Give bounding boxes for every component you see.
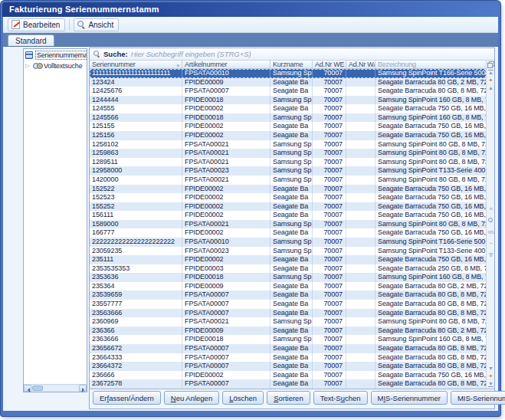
table-cell: 70007 [313,166,346,176]
list-icon[interactable]: ≡ [487,206,495,212]
table-cell: 70007 [313,228,346,238]
table-row[interactable]: 23664372FPSATA00007Seagate Ba70007Seagat… [90,362,486,371]
mis-seriennummernbewegungen-button[interactable]: MIS-Seriennummernbewegungen [451,391,505,405]
table-row[interactable]: 1289511FPSATA00021Samsung Sp70007Samsung… [90,158,486,167]
table-row[interactable]: 2363666FPIDE00018Samsung Sp70007Samsung … [90,335,486,344]
tab-strip: Standard [3,33,498,47]
content-area: Seriennummernauswahl ▷ Volltextsuche Suc… [3,47,498,411]
minus-icon[interactable]: − [487,241,495,247]
column-header-adnr-we[interactable]: Ad.Nr WE [313,61,346,68]
neu-anlegen-button[interactable]: Neu Anlegen [164,391,219,405]
magnifier-icon[interactable] [487,218,495,224]
table-cell: FPSATA00007 [182,300,271,309]
table-row[interactable]: 236666FPIDE00002Seagate Ba70007Seagate B… [90,371,486,380]
table-cell: 70007 [313,379,346,389]
filter-icon[interactable]: ∇ [487,252,495,258]
ansicht-menu-button[interactable]: Ansicht [74,18,119,31]
table-row[interactable]: 123424FPIDE00009Seagate Ba70007Seagate B… [90,78,486,87]
scroll-up-icon[interactable]: ▲ [487,85,495,91]
table-row[interactable]: 235111FPIDE00002Seagate Ba70007Seagate B… [90,255,486,264]
table-row[interactable]: 23672578FPSATA00007Seagate Ba70007Seagat… [90,379,486,389]
table-cell: 70007 [313,69,346,78]
bearbeiten-menu-button[interactable]: Bearbeiten [8,18,65,31]
erfassen-aendern-button[interactable]: Erfassen/Ändern [93,391,161,405]
tab-standard[interactable]: Standard [8,34,54,46]
scroll-right-icon[interactable] [79,385,87,392]
sortieren-button[interactable]: Sortieren [267,391,310,405]
search-input[interactable] [131,50,494,58]
scroll-down-icon[interactable]: ▼ [487,366,495,372]
table-row[interactable]: 12425676FPSATA00007Seagate Ba70007Seagat… [90,87,486,96]
table-row[interactable]: 125156FPIDE00002Seagate Ba70007Seagate B… [90,131,486,140]
table-row[interactable]: 2353636FPIDE00018Samsung Sp70007Samsung … [90,273,486,282]
table-cell [346,282,375,291]
table-row[interactable]: 155252FPIDE00002Seagate Ba70007Seagate B… [90,202,486,212]
table-cell: 1258102 [90,140,182,149]
table-row[interactable]: 1420000FPSATA00021Samsung Sp70007Samsung… [90,176,486,185]
text-suchen-button[interactable]: Text-Suchen [313,391,368,405]
table-row[interactable]: 152522FPIDE00002Seagate Ba70007Seagate B… [90,185,486,194]
ms-icon[interactable]: MS [487,229,495,235]
serial-grid-panel: Suche: Seriennummer ▼ Artikelnummer Kurz… [89,48,495,409]
scroll-left-icon[interactable] [24,385,31,392]
column-header-artikelnummer[interactable]: Artikelnummer [182,61,271,68]
table-row[interactable]: 156111FPIDE00002Seagate Ba70007Seagate B… [90,211,486,220]
table-row[interactable]: 125155FPIDE00002Seagate Ba70007Seagate B… [90,122,486,131]
grid-scroll-strip[interactable]: ▲✦▲≡MS−∇▼✦▼ [486,61,494,389]
table-row[interactable]: 1245566FPIDE00018Samsung Sp70007Samsung … [90,113,486,123]
tree-horizontal-scrollbar[interactable] [24,384,87,392]
table-cell [346,335,375,344]
table-cell: Seagate Barracuda 750 GB, 16 MB, 7200 [375,185,486,194]
table-row[interactable]: 1589000FPSATA00021Samsung Sp70007Samsung… [90,220,486,229]
tab-standard-label: Standard [15,37,47,45]
column-header-adnr-wa[interactable]: Ad.Nr WA [346,61,375,68]
table-cell: FPIDE00002 [182,228,271,238]
table-row[interactable]: 23557777FPSATA00007Seagate Ba70007Seagat… [90,300,486,309]
table-cell [346,87,375,96]
table-row[interactable]: 152523FPIDE00002Seagate Ba70007Seagate B… [90,193,486,202]
column-header-seriennummer[interactable]: Seriennummer ▼ [90,61,182,68]
table-cell [346,273,375,282]
new-row-star-icon[interactable]: ✦ [487,77,495,84]
column-header-bezeichnung[interactable]: Bezeichnung [375,61,486,68]
table-cell: Seagate Ba [271,353,313,363]
table-row[interactable]: 1259863FPSATA00021Samsung Sp70007Samsung… [90,149,486,158]
window-titlebar[interactable]: Fakturierung Seriennummernstamm [2,2,499,17]
table-row[interactable]: 23539659FPSATA00007Seagate Ba70007Seagat… [90,290,486,300]
table-cell: 70007 [313,300,346,309]
column-header-kurzname[interactable]: Kurzname [271,61,313,68]
loeschen-button[interactable]: Löschen [222,391,264,405]
table-cell: Samsung Sp [271,113,313,123]
mis-seriennummer-button[interactable]: MIS-Seriennummer [371,391,448,405]
table-cell [346,185,375,194]
expander-icon[interactable]: ▷ [25,63,31,69]
table-cell: 23664372 [90,362,182,371]
table-row[interactable]: 1258102FPSATA00021Samsung Sp70007Samsung… [90,140,486,149]
table-row[interactable]: 23664333FPSATA00007Seagate Ba70007Seagat… [90,353,486,363]
table-row[interactable]: 235364FPIDE00009Seagate Ba70007Seagate B… [90,282,486,291]
scroll-bottom-icon[interactable]: ▼ [487,381,495,387]
tree-item-seriennummernauswahl[interactable]: Seriennummernauswahl [24,49,87,61]
table-cell: 70007 [313,264,346,274]
table-cell: FPSATA00010 [182,238,271,247]
table-row[interactable]: 236366FPIDE00009Seagate Ba70007Seagate B… [90,326,486,336]
table-row[interactable]: 23059235FPSATA00023Samsung Sp70007Samsun… [90,247,486,256]
table-row[interactable]: 111111111111111111111111FPSATA00010Samsu… [90,69,486,78]
column-chooser-icon[interactable] [487,61,494,67]
table-cell [346,158,375,167]
scrollbar-thumb[interactable] [32,386,43,391]
table-row[interactable]: 23656672FPSATA00007Seagate Ba70007Seagat… [90,344,486,353]
table-row[interactable]: 2353535353FPIDE00003Seagate Ba70007Seaga… [90,264,486,274]
scroll-top-icon[interactable]: ▲ [487,70,495,76]
tree-item-volltextsuche[interactable]: ▷ Volltextsuche [24,61,87,71]
table-row[interactable]: 166777FPIDE00002Seagate Ba70007Seagate B… [90,228,486,238]
table-row[interactable]: 12958000FPSATA00023Samsung Sp70007Samsun… [90,166,486,176]
table-row[interactable]: 124555FPIDE00002Seagate Ba70007Seagate B… [90,104,486,113]
table-row[interactable]: 23563666FPSATA00007Seagate Ba70007Seagat… [90,309,486,318]
table-cell: 166777 [90,228,182,238]
table-row[interactable]: 2222222222222222222222FPSATA00010Samsung… [90,238,486,247]
table-row[interactable]: 2360969FPSATA00021Samsung Sp70007Samsung… [90,317,486,326]
new-row-star-icon[interactable]: ✦ [487,373,495,379]
table-cell: 125155 [90,122,182,131]
table-row[interactable]: 1244444FPIDE00018Samsung Sp70007Samsung … [90,96,486,105]
